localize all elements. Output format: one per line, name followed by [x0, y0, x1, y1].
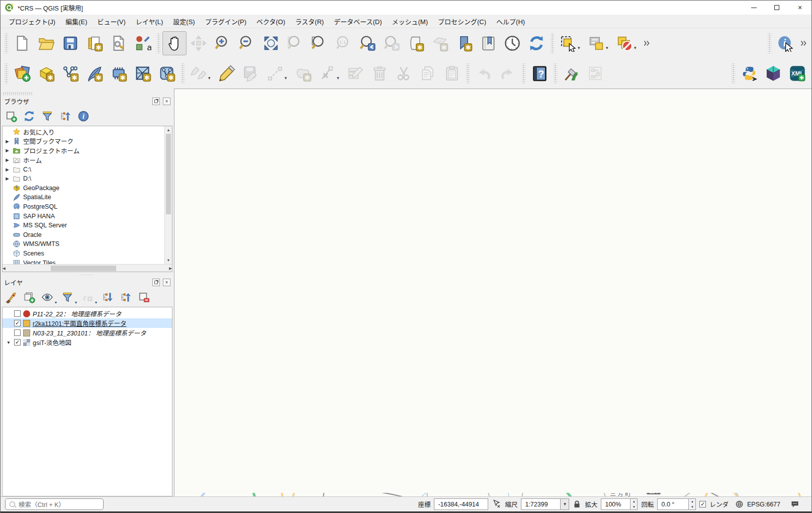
expand-icon[interactable]: ▶	[5, 139, 10, 144]
remove-layer-button[interactable]	[136, 290, 151, 305]
toolbar-extension-button[interactable]	[641, 31, 653, 55]
map-canvas[interactable]: 坂戸市鶴ヶ島市川越市西区狭山市ふじみ野市富士見市志木市三芳町坂戸駅若葉駅鶴ヶ島駅…	[174, 89, 811, 496]
deselect-all-button[interactable]	[612, 31, 637, 55]
zoom-full-button[interactable]	[259, 31, 283, 55]
browser-add-layer-button[interactable]	[4, 109, 19, 124]
toolbar-grip[interactable]	[181, 63, 185, 83]
layer-item[interactable]: N03-23_11_230101： 地理座標系データ	[3, 328, 172, 337]
scroll-right-icon[interactable]: ▶	[169, 265, 172, 272]
browser-properties-button[interactable]: i	[76, 109, 91, 124]
browser-hscrollbar[interactable]: ◀ ▶	[3, 264, 172, 272]
filter-legend-button[interactable]	[60, 290, 75, 305]
expand-icon[interactable]: ▶	[5, 167, 10, 172]
browser-item[interactable]: Scenes	[3, 249, 164, 259]
expand-icon[interactable]: ▼	[6, 340, 12, 345]
spin-down-icon[interactable]: ▼	[630, 504, 637, 510]
open-project-button[interactable]	[34, 31, 58, 55]
toolbar-grip[interactable]	[157, 33, 160, 53]
expand-all-button[interactable]	[100, 290, 115, 305]
toolbar-grip[interactable]	[466, 63, 470, 83]
zoom-in-button[interactable]	[211, 31, 235, 55]
toolbar-grip[interactable]	[5, 63, 8, 83]
manage-map-themes-button-dropdown[interactable]: ▾	[55, 300, 57, 307]
select-by-value-button-dropdown[interactable]: ▾	[606, 36, 611, 50]
minimize-button[interactable]	[742, 1, 765, 15]
show-layout-manager-button[interactable]	[107, 31, 131, 55]
python-console-button[interactable]	[737, 61, 761, 86]
layer-checkbox[interactable]	[14, 329, 21, 336]
browser-item[interactable]: お気に入り	[3, 127, 164, 137]
lock-scale-icon[interactable]	[573, 500, 581, 508]
zoom-out-button[interactable]	[235, 31, 259, 55]
rotation-spinbox[interactable]: 0.0 ° ▲▼	[657, 498, 696, 510]
scale-combobox[interactable]: 1:72399 ▼	[521, 498, 569, 510]
layer-checkbox[interactable]	[14, 310, 21, 317]
show-spatial-bookmarks-button[interactable]	[476, 31, 500, 55]
qgis2threejs-plugin-button[interactable]	[761, 61, 785, 86]
menu-item[interactable]: プロセシング(C)	[433, 15, 491, 28]
filter-by-expression-button-dropdown[interactable]: ▾	[95, 300, 97, 307]
browser-item[interactable]: ▶D:\	[3, 174, 164, 184]
new-spatialite-layer-button[interactable]	[82, 61, 107, 86]
layer-item[interactable]: ▼✓gsiT-淡色地図	[3, 337, 172, 347]
new-geopackage-layer-button[interactable]	[34, 61, 58, 86]
layer-checkbox[interactable]: ✓	[14, 339, 21, 346]
browser-item[interactable]: SAP HANA	[3, 211, 164, 221]
new-map-view-button[interactable]	[404, 31, 428, 55]
menu-item[interactable]: 編集(E)	[60, 15, 92, 28]
close-button[interactable]: ×	[788, 1, 811, 15]
xml-import-plugin-button[interactable]: XML	[785, 61, 809, 86]
save-project-button[interactable]	[58, 31, 82, 55]
filter-legend-button-dropdown[interactable]: ▾	[75, 300, 77, 307]
layer-item[interactable]: P11-22_22： 地理座標系データ	[3, 309, 172, 318]
new-mesh-layer-button[interactable]	[131, 61, 155, 86]
toggle-editing-button[interactable]	[215, 61, 239, 86]
rotation-value[interactable]: 0.0 °	[657, 498, 688, 510]
open-layer-styling-button[interactable]	[4, 290, 19, 305]
browser-item[interactable]: MS SQL Server	[3, 221, 164, 230]
browser-item[interactable]: Oracle	[3, 230, 164, 240]
toolbar-grip[interactable]	[522, 63, 525, 83]
menu-item[interactable]: レイヤ(L)	[131, 15, 168, 28]
new-virtual-layer-button[interactable]	[155, 61, 179, 86]
crs-globe-icon[interactable]	[735, 500, 744, 508]
identify-features-button[interactable]: i	[773, 31, 797, 55]
menu-item[interactable]: メッシュ(M)	[387, 15, 433, 28]
menu-item[interactable]: ビュー(V)	[93, 15, 131, 28]
browser-item[interactable]: ▶空間ブックマーク	[3, 137, 164, 146]
scroll-left-icon[interactable]: ◀	[3, 265, 6, 272]
zoom-last-button[interactable]	[355, 31, 380, 55]
scroll-up-icon[interactable]: ▲	[165, 126, 172, 134]
new-gpx-layer-button[interactable]	[107, 61, 131, 86]
crs-status[interactable]: EPSG:6677	[747, 501, 780, 508]
browser-item[interactable]: SpatiaLite	[3, 193, 164, 202]
new-project-button[interactable]	[10, 31, 34, 55]
search-input[interactable]: 検索（Ctrl + K）	[5, 498, 104, 510]
browser-item[interactable]: ▶C:\	[3, 164, 164, 174]
new-shapefile-layer-button[interactable]	[58, 61, 82, 86]
select-features-button[interactable]	[556, 31, 580, 55]
coordinate-input[interactable]: -16384,-44914	[434, 498, 488, 510]
render-checkbox[interactable]: ✓	[699, 501, 706, 507]
deselect-all-button-dropdown[interactable]: ▾	[634, 36, 640, 50]
browser-filter-button[interactable]	[40, 109, 55, 124]
spin-down-icon[interactable]: ▼	[689, 504, 695, 510]
toolbar-grip[interactable]	[768, 33, 771, 53]
browser-collapse-all-button[interactable]	[58, 109, 73, 124]
browser-vscrollbar[interactable]: ▲ ▼	[164, 126, 172, 264]
data-source-manager-button[interactable]	[10, 61, 34, 86]
browser-item[interactable]: WMS/WMTS	[3, 239, 164, 249]
browser-item[interactable]: GeoPackage	[3, 184, 164, 193]
browser-item[interactable]: PostgreSQL	[3, 202, 164, 212]
layer-checkbox[interactable]: ✓	[14, 320, 21, 326]
browser-item[interactable]: ▶プロジェクトホーム	[3, 146, 164, 155]
layers-close-button[interactable]: ×	[163, 279, 170, 286]
add-group-button[interactable]	[22, 290, 37, 305]
browser-item[interactable]: Vector Tiles	[3, 258, 164, 264]
expand-icon[interactable]: ▶	[5, 157, 10, 162]
pan-map-button[interactable]	[162, 31, 187, 55]
expand-icon[interactable]: ▶	[5, 176, 10, 181]
processing-toolbox-button[interactable]	[559, 61, 583, 86]
menu-item[interactable]: プロジェクト(J)	[4, 15, 60, 28]
spin-up-icon[interactable]: ▲	[630, 499, 637, 504]
